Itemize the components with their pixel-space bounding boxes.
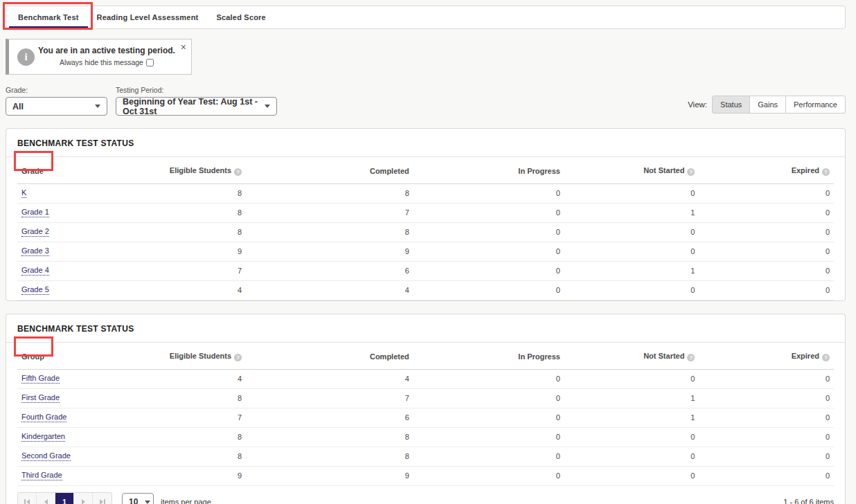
value-cell: 0 [699, 223, 834, 242]
column-header-expired: Expired? [699, 343, 834, 370]
close-icon[interactable]: × [181, 42, 186, 52]
value-cell: 0 [564, 370, 699, 389]
benchmark-dashboard-page: Benchmark Test Reading Level Assessment … [0, 0, 856, 504]
benchmark-status-table-group: GroupEligible Students?CompletedIn Progr… [17, 343, 834, 486]
row-link-fifth-grade[interactable]: Fifth Grade [21, 374, 60, 384]
value-cell: 0 [564, 184, 699, 204]
previous-page-icon [44, 499, 48, 504]
view-option-performance[interactable]: Performance [785, 96, 846, 114]
row-link-grade-4[interactable]: Grade 4 [21, 266, 49, 276]
tab-reading-level-assessment[interactable]: Reading Level Assessment [88, 6, 208, 28]
testing-period-value: Beginning of Year Test: Aug 1st - Oct 31… [123, 97, 258, 116]
value-cell: 9 [246, 242, 413, 262]
value-cell: 0 [413, 428, 564, 447]
pagination: 1 [17, 492, 112, 504]
row-link-grade-5[interactable]: Grade 5 [21, 285, 49, 295]
column-header-in-progress: In Progress [413, 157, 564, 184]
last-page-button[interactable] [93, 493, 112, 504]
items-per-page-label: items per page [161, 498, 211, 504]
grade-select[interactable]: All [6, 97, 107, 116]
value-cell: 8 [246, 447, 413, 467]
view-option-gains[interactable]: Gains [749, 96, 786, 114]
card-title: BENCHMARK TEST STATUS [6, 314, 845, 343]
items-per-page-value: 10 [129, 497, 138, 504]
info-tooltip-icon[interactable]: ? [822, 168, 830, 176]
table-row-first-grade: First Grade87010 [17, 389, 834, 408]
column-header-label: Group [21, 352, 44, 361]
always-hide-label: Always hide this message [60, 58, 143, 66]
benchmark-status-table-grade: GradeEligible Students?CompletedIn Progr… [17, 157, 834, 300]
value-cell: 0 [699, 389, 834, 408]
column-header-in-progress: In Progress [413, 343, 564, 370]
benchmark-status-card-grade: BENCHMARK TEST STATUS GradeEligible Stud… [6, 128, 846, 301]
column-header-group: Group [17, 343, 132, 370]
always-hide-checkbox[interactable] [146, 59, 154, 66]
first-page-button[interactable] [18, 493, 37, 504]
column-header-completed: Completed [246, 343, 413, 370]
value-cell: 8 [132, 223, 246, 242]
column-header-eligible-students: Eligible Students? [132, 157, 246, 184]
always-hide-option: Always hide this message [60, 58, 154, 66]
value-cell: 0 [413, 447, 564, 467]
benchmark-status-card-group: BENCHMARK TEST STATUS GroupEligible Stud… [6, 314, 846, 504]
row-link-grade-3[interactable]: Grade 3 [21, 246, 49, 256]
current-page-button[interactable]: 1 [55, 493, 74, 504]
row-link-kindergarten[interactable]: Kindergarten [21, 432, 65, 442]
value-cell: 0 [413, 370, 564, 389]
value-cell: 0 [413, 281, 564, 300]
next-page-button[interactable] [74, 493, 93, 504]
items-per-page-select[interactable]: 10 [122, 493, 154, 504]
value-cell: 0 [699, 370, 834, 389]
value-cell: 0 [699, 204, 834, 223]
column-header-grade: Grade [17, 157, 132, 184]
row-link-k[interactable]: K [21, 188, 26, 198]
column-header-label: Eligible Students [170, 352, 231, 360]
value-cell: 0 [699, 242, 834, 262]
items-range-label: 1 - 6 of 6 items [783, 498, 834, 504]
row-link-second-grade[interactable]: Second Grade [21, 451, 71, 461]
row-link-grade-1[interactable]: Grade 1 [21, 208, 49, 217]
value-cell: 0 [564, 467, 699, 486]
row-link-first-grade[interactable]: First Grade [21, 393, 60, 403]
testing-period-select[interactable]: Beginning of Year Test: Aug 1st - Oct 31… [116, 97, 277, 116]
value-cell: 0 [413, 204, 564, 223]
row-link-fourth-grade[interactable]: Fourth Grade [21, 413, 66, 422]
value-cell: 8 [132, 204, 246, 223]
value-cell: 8 [246, 223, 413, 242]
value-cell: 0 [564, 223, 699, 242]
banner-text: You are in an active testing period. Alw… [35, 46, 184, 68]
info-tooltip-icon[interactable]: ? [234, 168, 242, 176]
info-tooltip-icon[interactable]: ? [687, 168, 695, 176]
info-tooltip-icon[interactable]: ? [687, 354, 695, 361]
column-header-completed: Completed [246, 157, 413, 184]
value-cell: 0 [413, 408, 564, 428]
table-row-fourth-grade: Fourth Grade76010 [17, 408, 834, 428]
value-cell: 8 [246, 184, 413, 204]
value-cell: 7 [132, 262, 246, 281]
value-cell: 0 [699, 262, 834, 281]
row-name-cell: Kindergarten [17, 428, 132, 447]
column-header-not-started: Not Started? [564, 343, 699, 370]
value-cell: 7 [246, 389, 413, 408]
grade-filter-group: Grade: All [6, 86, 107, 116]
tab-benchmark-test[interactable]: Benchmark Test [9, 6, 88, 28]
value-cell: 0 [413, 223, 564, 242]
value-cell: 0 [564, 242, 699, 262]
column-header-label: Eligible Students [170, 166, 231, 174]
row-link-grade-2[interactable]: Grade 2 [21, 227, 49, 237]
chevron-down-icon [265, 105, 270, 108]
value-cell: 9 [246, 467, 413, 486]
info-icon: i [17, 48, 35, 66]
column-header-label: Not Started [643, 166, 684, 174]
last-page-icon [104, 499, 105, 504]
info-tooltip-icon[interactable]: ? [822, 354, 830, 361]
value-cell: 9 [132, 242, 246, 262]
tab-scaled-score[interactable]: Scaled Score [207, 6, 275, 28]
testing-period-label: Testing Period: [116, 86, 277, 94]
previous-page-button[interactable] [37, 493, 55, 504]
row-link-third-grade[interactable]: Third Grade [21, 471, 62, 480]
info-tooltip-icon[interactable]: ? [234, 354, 242, 361]
view-option-status[interactable]: Status [712, 96, 750, 114]
value-cell: 6 [246, 262, 413, 281]
table-row-grade-2: Grade 288000 [17, 223, 834, 242]
